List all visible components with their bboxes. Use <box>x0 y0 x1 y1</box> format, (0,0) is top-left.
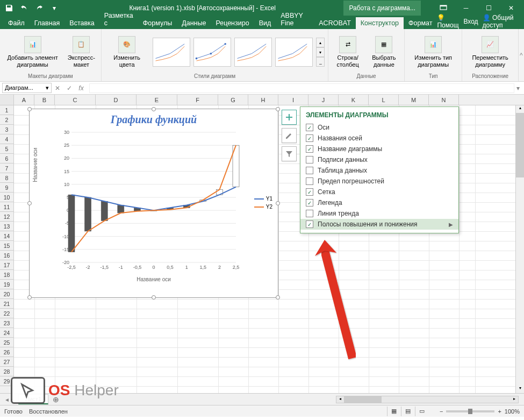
tab-page-layout[interactable]: Разметка с <box>99 10 138 29</box>
tab-insert[interactable]: Вставка <box>64 17 99 29</box>
row-header-7[interactable]: 7 <box>0 163 13 173</box>
flyout-item-1[interactable]: ✓Названия осей <box>300 133 458 144</box>
view-page-break-icon[interactable]: ▭ <box>415 407 429 416</box>
chart-resize-handle[interactable] <box>27 295 32 300</box>
chart-style-2[interactable] <box>193 38 231 67</box>
tab-abbyy[interactable]: ABBYY Fine <box>276 10 314 29</box>
column-header-I[interactable]: I <box>278 95 308 105</box>
row-header-24[interactable]: 24 <box>0 328 13 338</box>
tab-review[interactable]: Рецензиро <box>211 17 254 29</box>
column-header-J[interactable]: J <box>308 95 339 105</box>
chart-styles-button[interactable] <box>282 128 297 143</box>
row-header-15[interactable]: 15 <box>0 241 13 251</box>
row-header-23[interactable]: 23 <box>0 318 13 328</box>
select-data-button[interactable]: ▦Выбрать данные <box>367 35 401 69</box>
chart-resize-handle[interactable] <box>27 201 32 205</box>
cells-grid[interactable]: Графики функций Название оси -20-15-10-5… <box>14 105 515 393</box>
chart-resize-handle[interactable] <box>276 201 280 205</box>
row-header-25[interactable]: 25 <box>0 338 13 347</box>
cancel-formula-icon[interactable]: ✕ <box>52 84 63 92</box>
column-header-M[interactable]: M <box>399 95 429 105</box>
move-chart-button[interactable]: 📈Переместить диаграмму <box>465 35 514 69</box>
fx-icon[interactable]: fx <box>75 84 87 92</box>
flyout-checkbox[interactable] <box>306 167 313 174</box>
tab-formulas[interactable]: Формулы <box>138 17 177 29</box>
change-colors-button[interactable]: 🎨Изменить цвета <box>105 35 149 69</box>
row-header-16[interactable]: 16 <box>0 251 13 260</box>
flyout-checkbox[interactable]: ✓ <box>306 134 313 142</box>
row-header-19[interactable]: 19 <box>0 280 13 289</box>
styles-down-icon[interactable]: ▾ <box>316 47 325 57</box>
column-header-F[interactable]: F <box>177 95 218 105</box>
tab-chart-design[interactable]: Конструктор <box>356 17 404 29</box>
flyout-checkbox[interactable]: ✓ <box>306 220 313 228</box>
zoom-in-icon[interactable]: + <box>498 408 501 415</box>
chart-y-axis-title[interactable]: Название оси <box>32 148 38 182</box>
zoom-slider[interactable] <box>446 410 494 412</box>
chart-resize-handle[interactable] <box>27 107 32 111</box>
flyout-item-2[interactable]: ✓Название диаграммы <box>300 144 458 154</box>
chart-style-1[interactable] <box>153 38 190 67</box>
enter-formula-icon[interactable]: ✓ <box>63 84 75 92</box>
flyout-item-9[interactable]: ✓Полосы повышения и понижения▶ <box>300 219 458 230</box>
flyout-item-0[interactable]: ✓Оси <box>300 122 458 133</box>
tab-view[interactable]: Вид <box>254 17 276 29</box>
flyout-item-8[interactable]: Линия тренда <box>300 208 458 219</box>
row-header-18[interactable]: 18 <box>0 270 13 280</box>
row-header-4[interactable]: 4 <box>0 134 13 144</box>
view-page-layout-icon[interactable]: ▤ <box>401 407 415 416</box>
flyout-submenu-arrow[interactable]: ▶ <box>449 222 453 227</box>
flyout-checkbox[interactable]: ✓ <box>306 145 313 153</box>
change-chart-type-button[interactable]: 📊Изменить тип диаграммы <box>408 35 459 69</box>
flyout-checkbox[interactable] <box>306 177 313 185</box>
horizontal-scrollbar[interactable]: ◂▸ <box>336 396 519 403</box>
row-header-27[interactable]: 27 <box>0 357 13 367</box>
tab-acrobat[interactable]: ACROBAT <box>314 17 356 29</box>
vertical-scrollbar[interactable]: ▴ ▾ <box>515 105 524 393</box>
collapse-ribbon-icon[interactable]: ^ <box>518 29 524 81</box>
column-header-A[interactable]: A <box>14 95 34 105</box>
row-header-22[interactable]: 22 <box>0 309 13 318</box>
view-normal-icon[interactable]: ▦ <box>387 407 401 416</box>
name-box[interactable]: Диаграм...▾ <box>2 83 52 93</box>
flyout-item-3[interactable]: Подписи данных <box>300 154 458 165</box>
chart-resize-handle[interactable] <box>276 107 280 111</box>
column-header-N[interactable]: N <box>429 95 459 105</box>
tab-data[interactable]: Данные <box>177 17 211 29</box>
chart-legend[interactable]: Y1 Y2 <box>254 194 272 212</box>
chart-x-axis-title[interactable]: Название оси <box>30 276 278 282</box>
chart-resize-handle[interactable] <box>152 295 156 300</box>
share-button[interactable]: 👤 Общий доступ <box>483 14 520 29</box>
tab-home[interactable]: Главная <box>30 17 65 29</box>
flyout-item-6[interactable]: ✓Сетка <box>300 187 458 197</box>
chart-resize-handle[interactable] <box>152 107 156 111</box>
row-header-17[interactable]: 17 <box>0 260 13 270</box>
formula-input[interactable] <box>89 83 514 93</box>
maximize-icon[interactable]: ☐ <box>478 1 499 15</box>
flyout-item-5[interactable]: Предел погрешностей <box>300 176 458 187</box>
ribbon-display-options-icon[interactable] <box>433 1 454 15</box>
tell-me[interactable]: 💡 Помощ <box>437 14 459 29</box>
row-header-1[interactable]: 1 <box>0 105 13 115</box>
row-header-12[interactable]: 12 <box>0 212 13 222</box>
column-header-H[interactable]: H <box>248 95 278 105</box>
expand-formula-bar-icon[interactable]: ▾ <box>514 84 522 92</box>
styles-more-icon[interactable]: ⎯ <box>316 57 325 67</box>
flyout-item-7[interactable]: ✓Легенда <box>300 197 458 208</box>
close-icon[interactable]: ✕ <box>500 1 522 15</box>
row-header-5[interactable]: 5 <box>0 144 13 154</box>
sign-in[interactable]: Вход <box>463 18 478 25</box>
row-header-21[interactable]: 21 <box>0 299 13 309</box>
qat-dropdown-icon[interactable]: ▾ <box>47 1 61 15</box>
chart-style-3[interactable] <box>234 38 272 67</box>
zoom-level[interactable]: 100% <box>505 408 520 415</box>
chart-elements-button[interactable] <box>282 110 297 125</box>
column-header-B[interactable]: B <box>34 95 55 105</box>
select-all-corner[interactable] <box>0 95 14 105</box>
column-header-L[interactable]: L <box>369 95 399 105</box>
column-header-D[interactable]: D <box>96 95 137 105</box>
chart-resize-handle[interactable] <box>276 295 280 300</box>
flyout-checkbox[interactable] <box>306 156 313 163</box>
flyout-checkbox[interactable]: ✓ <box>306 199 313 207</box>
row-header-10[interactable]: 10 <box>0 193 13 202</box>
